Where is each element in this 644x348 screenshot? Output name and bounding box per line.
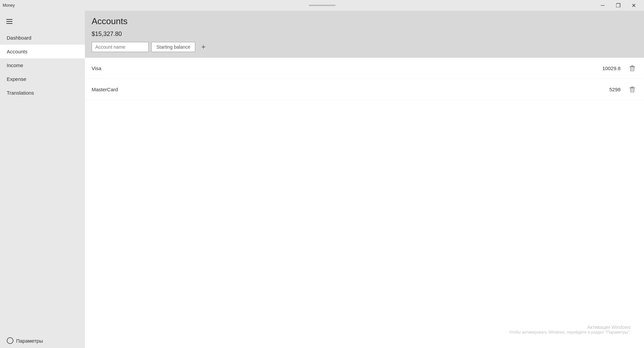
top-bar: Accounts $15,327.80 Starting balance +: [85, 11, 644, 58]
main-content: Accounts $15,327.80 Starting balance + V…: [85, 11, 644, 348]
account-row-mastercard[interactable]: MasterCard 5298: [85, 79, 644, 100]
close-button[interactable]: ✕: [626, 0, 641, 11]
sidebar-item-translations[interactable]: Translations: [0, 86, 85, 100]
title-bar-controls: ─ ❐ ✕: [595, 0, 641, 11]
settings-nav-item[interactable]: Параметры: [0, 333, 85, 348]
trash-icon: [629, 65, 635, 71]
nav-list: Dashboard Accounts Income Expense Transl…: [0, 31, 85, 100]
svg-rect-4: [631, 87, 634, 87]
app-body: Dashboard Accounts Income Expense Transl…: [0, 11, 644, 348]
delete-mastercard-button[interactable]: [627, 84, 637, 94]
sidebar-item-dashboard[interactable]: Dashboard: [0, 31, 85, 45]
trash-icon: [629, 86, 635, 92]
hamburger-line-2: [6, 21, 12, 22]
hamburger-line-1: [6, 19, 12, 20]
account-balance-mastercard: 5298: [609, 87, 621, 92]
account-name-input[interactable]: [92, 42, 149, 52]
account-row-visa[interactable]: Visa 10029.8: [85, 58, 644, 79]
page-title: Accounts: [92, 16, 637, 27]
title-bar-center: [309, 5, 336, 6]
account-name-mastercard: MasterCard: [92, 87, 609, 92]
add-account-button[interactable]: +: [198, 42, 209, 52]
total-balance: $15,327.80: [92, 31, 637, 38]
minimize-button[interactable]: ─: [595, 0, 610, 11]
svg-rect-5: [630, 87, 635, 88]
hamburger-line-3: [6, 23, 12, 24]
account-balance-visa: 10029.8: [602, 65, 621, 71]
sidebar-item-expense[interactable]: Expense: [0, 72, 85, 86]
accounts-list: Visa 10029.8 MasterCard 5298: [85, 58, 644, 348]
restore-button[interactable]: ❐: [610, 0, 626, 11]
app-title: Money: [3, 3, 15, 8]
sidebar-item-income[interactable]: Income: [0, 58, 85, 72]
delete-visa-button[interactable]: [627, 63, 637, 73]
settings-icon: [7, 337, 13, 344]
input-row: Starting balance +: [92, 42, 637, 52]
sidebar-item-accounts[interactable]: Accounts: [0, 45, 85, 58]
svg-rect-0: [631, 65, 634, 66]
hamburger-button[interactable]: [3, 15, 16, 28]
restore-bar: [309, 5, 336, 6]
title-bar: Money ─ ❐ ✕: [0, 0, 644, 11]
starting-balance-button[interactable]: Starting balance: [151, 42, 195, 52]
settings-label: Параметры: [16, 338, 43, 344]
account-name-visa: Visa: [92, 65, 602, 71]
sidebar: Dashboard Accounts Income Expense Transl…: [0, 11, 85, 348]
title-bar-left: Money: [3, 3, 15, 8]
svg-rect-1: [630, 66, 635, 67]
